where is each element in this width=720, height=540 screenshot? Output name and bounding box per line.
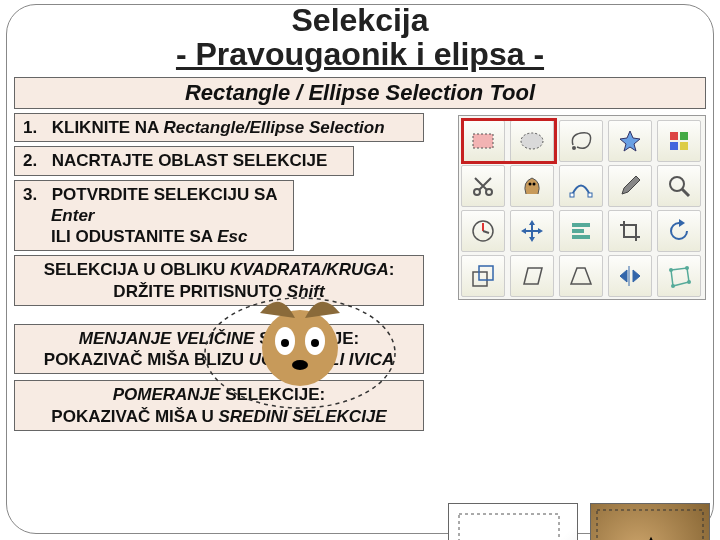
svg-rect-0 xyxy=(473,134,493,148)
svg-rect-24 xyxy=(479,266,493,280)
svg-point-25 xyxy=(669,268,673,272)
title-line1: Selekcija xyxy=(0,4,720,38)
svg-rect-23 xyxy=(473,272,487,286)
perspective-icon xyxy=(567,262,595,290)
svg-point-34 xyxy=(311,339,319,347)
resize-corner-illustration xyxy=(448,503,578,540)
scale-tool[interactable] xyxy=(461,255,505,297)
svg-point-9 xyxy=(529,183,532,186)
svg-point-1 xyxy=(521,133,543,149)
step-2: 2. NACRTAJTE OBLAST SELEKCIJE xyxy=(14,146,354,175)
foreground-select-tool[interactable] xyxy=(510,165,554,207)
rect-select-icon xyxy=(469,127,497,155)
move-illustration xyxy=(590,503,710,540)
lasso-tool[interactable] xyxy=(559,120,603,162)
svg-rect-20 xyxy=(572,223,590,227)
svg-rect-12 xyxy=(588,193,592,197)
measure-tool[interactable] xyxy=(461,210,505,252)
ellipse-select-icon xyxy=(518,127,546,155)
svg-point-2 xyxy=(572,146,576,150)
svg-point-32 xyxy=(281,339,289,347)
title-line2: - Pravougaonik i elipsa - xyxy=(0,38,720,72)
scissors-icon xyxy=(469,172,497,200)
svg-point-26 xyxy=(685,266,689,270)
color-picker-icon xyxy=(616,172,644,200)
step-1: 1. KLIKNITE NA Rectangle/Ellipse Selecti… xyxy=(14,113,424,142)
svg-rect-5 xyxy=(670,142,678,150)
svg-point-27 xyxy=(687,280,691,284)
slide-title: Selekcija - Pravougaonik i elipsa - xyxy=(0,0,720,71)
svg-point-35 xyxy=(292,360,308,370)
shear-tool[interactable] xyxy=(510,255,554,297)
subtitle-box: Rectangle / Ellipse Selection Tool xyxy=(14,77,706,109)
move-tool[interactable] xyxy=(510,210,554,252)
ellipse-select-tool[interactable] xyxy=(510,120,554,162)
shear-icon xyxy=(518,262,546,290)
cage-tool[interactable] xyxy=(657,255,701,297)
svg-line-14 xyxy=(682,189,689,196)
step-3: 3. POTVRDITE SELEKCIJU SA Enter ILI ODUS… xyxy=(14,180,294,252)
align-icon xyxy=(567,217,595,245)
svg-point-10 xyxy=(533,183,536,186)
subtitle-text: Rectangle / Ellipse Selection Tool xyxy=(185,80,535,105)
zoom-tool[interactable] xyxy=(657,165,701,207)
zoom-icon xyxy=(665,172,693,200)
paths-icon xyxy=(567,172,595,200)
paths-tool[interactable] xyxy=(559,165,603,207)
svg-point-30 xyxy=(262,310,338,386)
svg-rect-6 xyxy=(680,142,688,150)
lasso-icon xyxy=(567,127,595,155)
svg-rect-3 xyxy=(670,132,678,140)
rotate-tool[interactable] xyxy=(657,210,701,252)
svg-line-17 xyxy=(483,231,489,233)
scissors-tool[interactable] xyxy=(461,165,505,207)
foreground-select-icon xyxy=(518,172,546,200)
svg-rect-40 xyxy=(597,510,703,540)
svg-rect-36 xyxy=(459,514,559,540)
fuzzy-select-icon xyxy=(616,127,644,155)
measure-icon xyxy=(469,217,497,245)
crop-icon xyxy=(616,217,644,245)
svg-point-13 xyxy=(670,177,684,191)
cage-icon xyxy=(665,262,693,290)
color-select-icon xyxy=(665,127,693,155)
scale-icon xyxy=(469,262,497,290)
move-icon xyxy=(518,217,546,245)
perspective-tool[interactable] xyxy=(559,255,603,297)
svg-rect-21 xyxy=(572,229,584,233)
svg-rect-22 xyxy=(572,235,590,239)
rect-select-tool[interactable] xyxy=(461,120,505,162)
crop-tool[interactable] xyxy=(608,210,652,252)
flip-icon xyxy=(616,262,644,290)
tool-palette xyxy=(458,115,706,300)
svg-rect-11 xyxy=(570,193,574,197)
svg-point-28 xyxy=(671,284,675,288)
color-picker-tool[interactable] xyxy=(608,165,652,207)
flip-tool[interactable] xyxy=(608,255,652,297)
fuzzy-select-tool[interactable] xyxy=(608,120,652,162)
color-select-tool[interactable] xyxy=(657,120,701,162)
rotate-icon xyxy=(665,217,693,245)
align-tool[interactable] xyxy=(559,210,603,252)
selection-preview-illustration xyxy=(200,293,400,413)
svg-rect-4 xyxy=(680,132,688,140)
